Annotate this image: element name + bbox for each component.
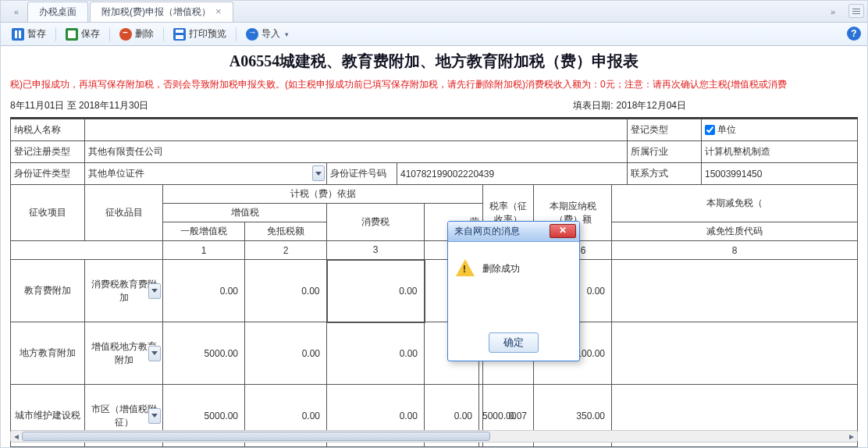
app-window: « 办税桌面 附加税(费)申报（增值税） × » 暂存 保存 删除 打印预览 bbox=[0, 0, 868, 448]
id-no-value[interactable]: 410782199002220439 bbox=[397, 163, 628, 185]
print-button[interactable]: 打印预览 bbox=[169, 25, 231, 43]
cell-c2[interactable]: 0.00 bbox=[245, 322, 327, 385]
tab-scroll-left[interactable]: « bbox=[4, 7, 27, 16]
col-vat-deduct: 免抵税额 bbox=[245, 222, 327, 241]
message-dialog: 来自网页的消息 ✕ 删除成功 确定 bbox=[447, 221, 580, 361]
period-range: 8年11月01日 至 2018年11月30日 bbox=[10, 99, 148, 112]
close-icon[interactable]: ✕ bbox=[550, 224, 576, 238]
table-row: 教育费附加 消费税教育费附加 0.00 0.00 0.00 0.03 0.00 bbox=[11, 260, 858, 322]
dialog-message: 删除成功 bbox=[482, 259, 520, 276]
separator bbox=[163, 27, 164, 41]
taxpayer-info-table: 纳税人名称 登记类型 单位 登记注册类型 其他有限责任公司 所属行业 计算机整机… bbox=[10, 119, 858, 185]
pause-label: 暂存 bbox=[27, 27, 46, 41]
cell-item: 增值税地方教育附加 bbox=[91, 341, 157, 365]
fill-date: 2018年12月04日 bbox=[617, 99, 686, 112]
col-vat-normal: 一般增值税 bbox=[163, 222, 245, 241]
help-button[interactable]: ? bbox=[847, 27, 861, 41]
save-icon bbox=[66, 28, 78, 41]
tab-declare[interactable]: 附加税(费)申报（增值税） × bbox=[90, 2, 233, 22]
date-row: 8年11月01日 至 2018年11月30日 填表日期: 2018年12月04日 bbox=[1, 96, 867, 117]
col-project: 征收项目 bbox=[11, 185, 85, 241]
chevron-down-icon[interactable] bbox=[148, 283, 161, 299]
save-button[interactable]: 保存 bbox=[61, 25, 105, 43]
warning-icon bbox=[456, 259, 475, 276]
dialog-footer: 确定 bbox=[448, 332, 579, 353]
num-1: 1 bbox=[163, 241, 245, 260]
delete-icon bbox=[119, 28, 132, 41]
cell-item: 市区（增值税附征） bbox=[91, 404, 157, 428]
id-type-select[interactable]: 其他单位证件 bbox=[85, 163, 327, 185]
scroll-left-icon[interactable]: ◂ bbox=[11, 431, 22, 442]
fill-date-label: 填表日期: bbox=[573, 99, 613, 112]
nsr-name-label: 纳税人名称 bbox=[11, 119, 85, 141]
separator bbox=[236, 27, 237, 41]
import-button[interactable]: 导入 ▾ bbox=[241, 25, 293, 43]
reg-type-label: 登记类型 bbox=[628, 119, 702, 141]
chevron-down-icon: ▾ bbox=[285, 30, 289, 38]
chevron-down-icon[interactable] bbox=[312, 165, 325, 181]
tab-scroll-right[interactable]: » bbox=[820, 7, 844, 16]
id-type-value: 其他单位证件 bbox=[88, 168, 144, 179]
dialog-title: 来自网页的消息 bbox=[454, 225, 520, 238]
ok-button[interactable]: 确定 bbox=[489, 332, 539, 353]
scroll-right-icon[interactable]: ▸ bbox=[846, 431, 857, 442]
industry-label: 所属行业 bbox=[628, 141, 702, 163]
cell-item-select[interactable]: 消费税教育费附加 bbox=[85, 260, 163, 322]
cell-c8[interactable] bbox=[612, 322, 858, 385]
scroll-thumb[interactable] bbox=[22, 432, 490, 441]
id-type-label: 身份证件类型 bbox=[11, 163, 85, 185]
cell-item-select[interactable]: 增值税地方教育附加 bbox=[85, 322, 163, 385]
cell-c3[interactable]: 0.00 bbox=[327, 260, 425, 322]
cell-item: 消费税教育费附加 bbox=[91, 279, 157, 303]
pause-button[interactable]: 暂存 bbox=[7, 25, 51, 43]
cell-c1[interactable]: 0.00 bbox=[163, 260, 245, 322]
cell-c8[interactable] bbox=[612, 260, 858, 322]
nsr-name-value[interactable] bbox=[85, 119, 628, 141]
pause-icon bbox=[12, 28, 24, 41]
import-icon bbox=[246, 28, 258, 41]
chevron-down-icon[interactable] bbox=[148, 346, 161, 361]
warning-text: 税)已申报成功，再填写保存附加税，否则会导致附加税申报失败。(如主税申报成功前已… bbox=[1, 75, 867, 96]
contact-label: 联系方式 bbox=[628, 163, 702, 185]
separator bbox=[55, 27, 56, 41]
dialog-body: 删除成功 bbox=[448, 242, 579, 284]
horizontal-scrollbar[interactable]: ◂ ▸ bbox=[10, 430, 858, 443]
cell-c1[interactable]: 5000.00 bbox=[163, 322, 245, 385]
cell-c2[interactable]: 0.00 bbox=[245, 260, 327, 322]
contact-value[interactable]: 15003991450 bbox=[702, 163, 858, 185]
blank-head bbox=[11, 241, 163, 260]
col-consume: 消费税 bbox=[327, 204, 425, 241]
col-reduce: 减免性质代码 bbox=[612, 222, 858, 241]
num-8: 8 bbox=[612, 241, 858, 260]
reg-reg-type-label: 登记注册类型 bbox=[11, 141, 85, 163]
import-label: 导入 bbox=[261, 27, 280, 41]
num-3: 3 bbox=[327, 241, 425, 260]
industry-value[interactable]: 计算机整机制造 bbox=[702, 141, 858, 163]
toolbar: 暂存 保存 删除 打印预览 导入 ▾ bbox=[1, 23, 867, 46]
tab-bar: « 办税桌面 附加税(费)申报（增值税） × » bbox=[1, 1, 867, 23]
chevron-down-icon[interactable] bbox=[148, 408, 161, 424]
tab-home[interactable]: 办税桌面 bbox=[27, 2, 88, 22]
col-reduce-group: 本期减免税（ bbox=[612, 185, 858, 222]
delete-button[interactable]: 删除 bbox=[115, 25, 158, 43]
col-vat-group: 增值税 bbox=[163, 204, 327, 222]
close-icon[interactable]: × bbox=[215, 2, 222, 22]
cell-project: 教育费附加 bbox=[11, 260, 85, 322]
save-label: 保存 bbox=[81, 27, 100, 41]
col-item: 征收品目 bbox=[85, 185, 163, 241]
id-no-label: 身份证件号码 bbox=[327, 163, 397, 185]
dialog-title-bar[interactable]: 来自网页的消息 ✕ bbox=[448, 222, 579, 242]
tab-menu-button[interactable] bbox=[848, 4, 864, 18]
reg-reg-type-value[interactable]: 其他有限责任公司 bbox=[85, 141, 628, 163]
tab-label: 办税桌面 bbox=[39, 2, 76, 22]
tab-label: 附加税(费)申报（增值税） bbox=[101, 2, 211, 22]
reg-type-checkbox[interactable] bbox=[705, 125, 715, 135]
table-row: 地方教育附加 增值税地方教育附加 5000.00 0.00 0.00 0.0 0… bbox=[11, 322, 858, 385]
cell-c3[interactable]: 0.00 bbox=[327, 322, 425, 385]
print-icon bbox=[173, 28, 186, 41]
cell-project: 地方教育附加 bbox=[11, 322, 85, 385]
separator bbox=[109, 27, 110, 41]
print-label: 打印预览 bbox=[189, 27, 226, 41]
tax-grid: 征收项目 征收品目 计税（费）依据 税率（征收率） 本期应纳税（费）额 本期减免… bbox=[10, 184, 858, 447]
reg-type-checkbox-label: 单位 bbox=[717, 124, 736, 135]
